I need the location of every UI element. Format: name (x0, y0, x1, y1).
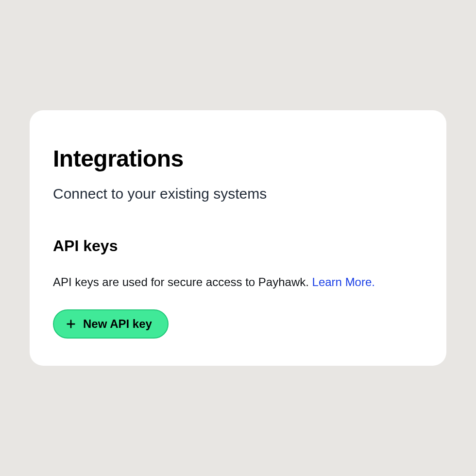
api-keys-section-title: API keys (53, 237, 423, 255)
integrations-card: Integrations Connect to your existing sy… (30, 110, 446, 366)
learn-more-link[interactable]: Learn More. (312, 275, 375, 289)
new-api-key-button-label: New API key (83, 317, 152, 331)
page-subtitle: Connect to your existing systems (53, 186, 423, 202)
new-api-key-button[interactable]: New API key (53, 309, 169, 339)
page-title: Integrations (53, 145, 423, 172)
plus-icon (66, 319, 76, 329)
api-keys-description-text: API keys are used for secure access to P… (53, 275, 312, 289)
api-keys-description: API keys are used for secure access to P… (53, 275, 423, 289)
